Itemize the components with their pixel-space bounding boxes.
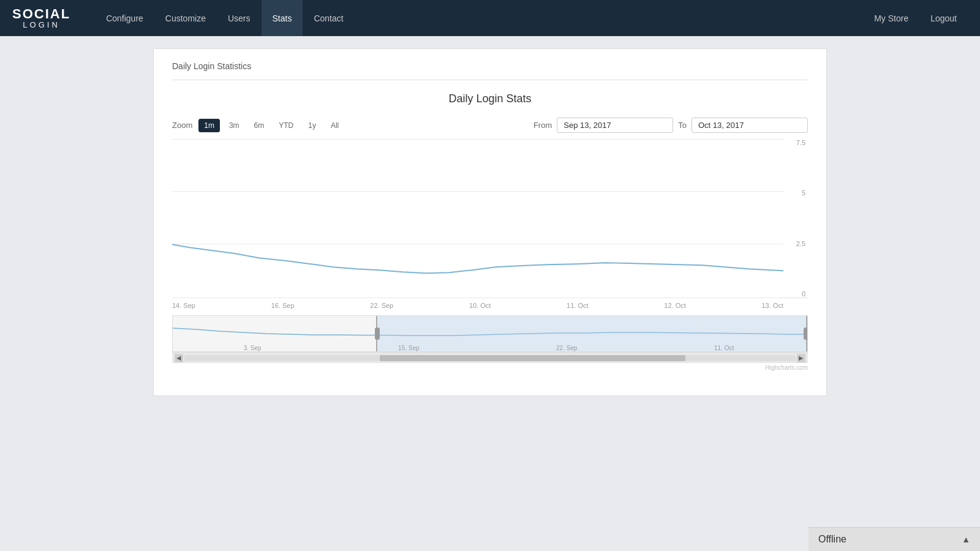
brand-logo[interactable]: SOCIAL LOGIN: [12, 7, 70, 29]
date-from-label: From: [533, 121, 552, 130]
nav-item-customize[interactable]: Customize: [154, 0, 217, 36]
chart-container: 7.5 5 2.5 0 14. Sep 16. Sep 22. Sep: [172, 139, 808, 371]
zoom-group: Zoom 1m 3m 6m YTD 1y All: [172, 119, 344, 132]
chart-title: Daily Login Stats: [172, 92, 808, 105]
navigator-bottom: 3. Sep 15. Sep 22. Sep 11. Oct: [173, 345, 807, 351]
brand-social: SOCIAL: [12, 7, 70, 21]
nav-x-label-2: 22. Sep: [556, 345, 577, 351]
navigator-scrollbar[interactable]: ◀ ▶: [172, 352, 808, 363]
chart-controls: Zoom 1m 3m 6m YTD 1y All From To: [172, 118, 808, 133]
x-labels: 14. Sep 16. Sep 22. Sep 10. Oct 11. Oct …: [172, 302, 808, 309]
nav-item-configure[interactable]: Configure: [95, 0, 154, 36]
main-nav: ConfigureCustomizeUsersStatsContact: [95, 0, 863, 36]
scroll-track[interactable]: [184, 355, 796, 361]
gridline-bottom: [172, 298, 783, 298]
date-to-label: To: [678, 121, 687, 130]
chart-svg: [172, 139, 783, 298]
nav-item-contact[interactable]: Contact: [303, 0, 354, 36]
chart-line: [172, 244, 783, 273]
x-label-6: 13. Oct: [761, 302, 783, 309]
x-label-0: 14. Sep: [172, 302, 195, 309]
nav-x-label-0: 3. Sep: [244, 345, 262, 351]
content-area: Daily Login Statistics Daily Login Stats…: [153, 48, 827, 396]
nav-item-stats[interactable]: Stats: [262, 0, 303, 36]
scroll-thumb[interactable]: [380, 355, 685, 361]
y-labels: 7.5 5 2.5 0: [783, 139, 808, 298]
date-to-input[interactable]: [692, 118, 808, 133]
nav-item-users[interactable]: Users: [217, 0, 262, 36]
y-label-7.5: 7.5: [783, 139, 808, 146]
nav-x-label-3: 11. Oct: [714, 345, 734, 351]
x-label-5: 12. Oct: [664, 302, 685, 309]
nav-logout[interactable]: Logout: [919, 0, 968, 36]
navbar-right: My Store Logout: [863, 0, 968, 36]
chevron-up-icon[interactable]: ▲: [962, 534, 970, 544]
y-label-5: 5: [783, 189, 808, 197]
navigator-handle-left[interactable]: [375, 328, 380, 340]
nav-my-store[interactable]: My Store: [863, 0, 919, 36]
zoom-1y-button[interactable]: 1y: [303, 119, 322, 132]
scroll-left-arrow[interactable]: ◀: [175, 354, 183, 362]
x-label-2: 22. Sep: [370, 302, 393, 309]
x-label-4: 11. Oct: [567, 302, 588, 309]
date-from-input[interactable]: [557, 118, 673, 133]
brand-login: LOGIN: [23, 21, 59, 29]
page-title: Daily Login Statistics: [172, 61, 808, 80]
y-label-2.5: 2.5: [783, 240, 808, 247]
navigator[interactable]: 3. Sep 15. Sep 22. Sep 11. Oct: [172, 315, 808, 352]
navbar: SOCIAL LOGIN ConfigureCustomizeUsersStat…: [0, 0, 980, 36]
nav-x-labels: 3. Sep 15. Sep 22. Sep 11. Oct: [173, 345, 807, 351]
offline-widget[interactable]: Offline ▲: [809, 527, 980, 551]
highcharts-credit: Highcharts.com: [172, 364, 808, 371]
x-label-1: 16. Sep: [271, 302, 295, 309]
zoom-ytd-button[interactable]: YTD: [273, 119, 299, 132]
x-label-3: 10. Oct: [469, 302, 491, 309]
y-label-0: 0: [783, 290, 808, 298]
page-wrapper: Daily Login Statistics Daily Login Stats…: [141, 48, 839, 396]
navigator-handle-right[interactable]: [804, 328, 808, 340]
offline-label: Offline: [818, 534, 846, 545]
zoom-6m-button[interactable]: 6m: [249, 119, 270, 132]
date-range: From To: [533, 118, 808, 133]
nav-x-label-1: 15. Sep: [398, 345, 419, 351]
zoom-label: Zoom: [172, 121, 192, 130]
scroll-right-arrow[interactable]: ▶: [797, 354, 805, 362]
zoom-all-button[interactable]: All: [325, 119, 344, 132]
main-chart: 7.5 5 2.5 0: [172, 139, 808, 298]
zoom-1m-button[interactable]: 1m: [198, 119, 220, 132]
zoom-3m-button[interactable]: 3m: [224, 119, 245, 132]
